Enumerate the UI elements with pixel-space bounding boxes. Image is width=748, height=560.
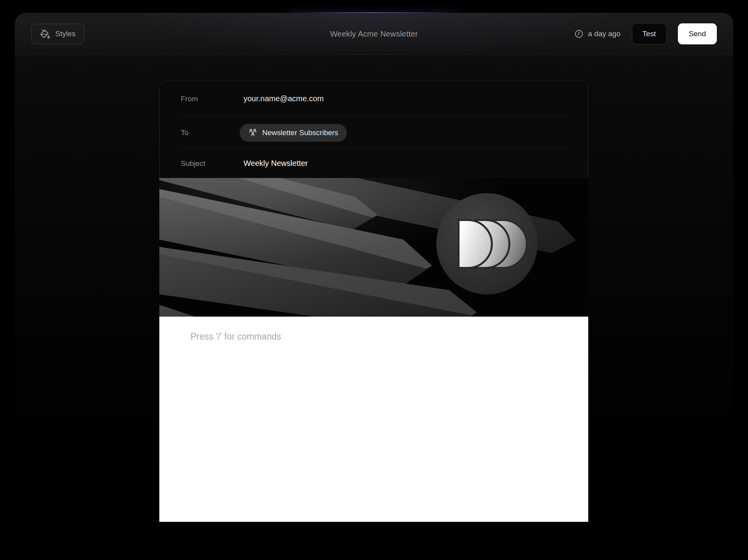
- subject-label: Subject: [181, 159, 243, 168]
- subject-value-input[interactable]: Weekly Newsletter: [243, 159, 308, 168]
- subject-field-row: Subject Weekly Newsletter: [160, 149, 588, 178]
- banner-art-prisms: [159, 178, 588, 317]
- newsletter-banner-image: [159, 178, 588, 317]
- document-title: Weekly Acme Newsletter: [330, 29, 418, 38]
- toolbar: Styles Weekly Acme Newsletter a day ago …: [15, 13, 733, 55]
- styles-button-label: Styles: [55, 30, 76, 38]
- compose-fields: From your.name@acme.com To Newsletter Su…: [159, 81, 588, 178]
- to-field-row: To Newsletter Subscribers: [160, 117, 588, 148]
- toolbar-actions: a day ago Test Send: [574, 23, 717, 44]
- banner-logo-circle: [436, 193, 538, 294]
- app-window: Styles Weekly Acme Newsletter a day ago …: [0, 0, 748, 560]
- from-value-input[interactable]: your.name@acme.com: [243, 94, 324, 103]
- recipient-pill-label: Newsletter Subscribers: [262, 129, 338, 137]
- editor-placeholder: Press '/' for commands: [191, 331, 588, 342]
- styles-button[interactable]: Styles: [31, 24, 85, 44]
- from-field-row: From your.name@acme.com: [160, 81, 588, 116]
- test-button[interactable]: Test: [632, 23, 667, 44]
- paint-bucket-icon: [40, 29, 50, 39]
- compose-card: From your.name@acme.com To Newsletter Su…: [159, 81, 588, 522]
- to-label: To: [181, 129, 243, 137]
- last-saved-text: a day ago: [588, 30, 620, 38]
- send-button[interactable]: Send: [678, 23, 717, 44]
- recipient-pill[interactable]: Newsletter Subscribers: [240, 124, 347, 142]
- users-icon: [248, 128, 258, 137]
- last-saved-status: a day ago: [574, 29, 620, 39]
- test-button-label: Test: [642, 30, 656, 38]
- clock-icon: [574, 29, 584, 39]
- email-body-editor[interactable]: Press '/' for commands: [159, 317, 588, 522]
- send-button-label: Send: [689, 30, 706, 38]
- from-label: From: [181, 95, 243, 103]
